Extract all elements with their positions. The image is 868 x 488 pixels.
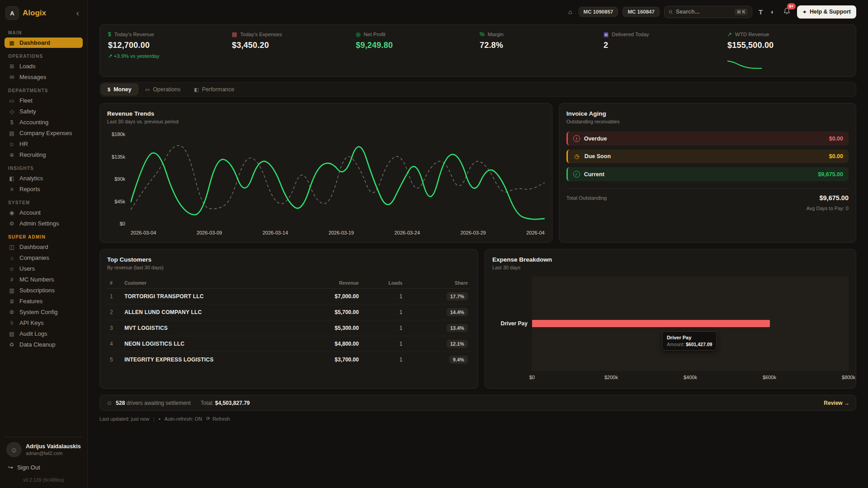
table-header-row: # Customer Revenue Loads Share	[107, 277, 471, 289]
refresh-label: Refresh	[212, 416, 230, 422]
expense-x-axis: $0$200k$400k$600k$800k	[532, 375, 849, 381]
x-tick-label: $800k	[842, 375, 855, 380]
building-icon[interactable]: ⌂	[566, 6, 574, 17]
tab[interactable]: ▭ Operations	[139, 84, 187, 95]
tab[interactable]: $ Money	[101, 84, 138, 95]
settlement-total-value: $4,503,827.79	[215, 400, 250, 406]
bar-category-label: Driver Pay	[492, 277, 532, 371]
card-title: Top Customers	[107, 256, 471, 263]
sidebar-item[interactable]: ◊ API Keys	[5, 318, 83, 328]
sidebar-item[interactable]: ◉ Account	[5, 207, 83, 218]
mc-number-badge-2[interactable]: MC 160847	[623, 7, 659, 17]
chart-plot-area: 2026-03-042026-03-092026-03-142026-03-19…	[131, 131, 545, 235]
mc-number-badge-1[interactable]: MC 1090857	[579, 7, 618, 17]
col-loads: Loads	[362, 277, 405, 289]
sidebar-item-label: Analytics	[19, 175, 43, 182]
customer-rank: 3	[107, 320, 122, 336]
sign-out-button[interactable]: ↪ Sign Out	[5, 460, 83, 472]
notifications-button[interactable]: 9+	[781, 5, 793, 18]
table-row[interactable]: 2 ALLEN LUND COMPANY LLC $5,700.00 1 14.…	[107, 305, 471, 320]
search-input[interactable]	[676, 9, 731, 15]
review-link[interactable]: Review →	[824, 400, 849, 406]
customer-loads: 1	[362, 336, 405, 352]
sidebar-item-label: HR	[19, 141, 28, 147]
kpi-card: $ Today's Revenue $12,700.00 ↗ +3.9% vs …	[108, 31, 228, 70]
sidebar-item[interactable]: ⌂ Companies	[5, 253, 83, 263]
subscriptions-icon: ▥	[8, 287, 15, 294]
sidebar-item[interactable]: ▤ Audit Logs	[5, 328, 83, 339]
sidebar-item[interactable]: ▥ Subscriptions	[5, 285, 83, 296]
sidebar-item-label: API Keys	[19, 319, 43, 326]
sidebar-item[interactable]: $ Accounting	[5, 117, 83, 127]
help-support-button[interactable]: ✦ Help & Support	[797, 5, 856, 19]
settlement-text: drivers awaiting settlement	[127, 400, 191, 406]
sidebar-item[interactable]: ☺ HR	[5, 139, 83, 149]
sidebar-item[interactable]: ⊞ Loads	[5, 61, 83, 71]
x-tick-label: $400k	[684, 375, 697, 380]
table-row[interactable]: 5 INTEGRITY EXPRESS LOGISTICS $3,700.00 …	[107, 352, 471, 368]
package-icon: ▣	[604, 31, 609, 38]
sidebar-item[interactable]: ◧ Analytics	[5, 173, 83, 183]
sidebar-item[interactable]: ✉ Messages	[5, 72, 83, 82]
kpi-value: 2	[604, 41, 724, 50]
customer-loads: 1	[362, 352, 405, 368]
sidebar-item[interactable]: ♻ Data Cleanup	[5, 339, 83, 350]
x-tick-label: 2026-03-19	[329, 230, 354, 235]
money-icon: $	[108, 87, 110, 92]
sidebar-item[interactable]: ▤ Company Expenses	[5, 128, 83, 138]
percent-icon: %	[480, 31, 485, 38]
sidebar-item[interactable]: ⊕ Recruiting	[5, 150, 83, 160]
customer-name: NEON LOGISTICS LLC	[122, 336, 289, 352]
search-icon	[669, 9, 673, 15]
sidebar-item[interactable]: ◇ Safety	[5, 106, 83, 117]
sidebar-item-label: Company Expenses	[19, 130, 72, 136]
sidebar-item[interactable]: ▦ Dashboard	[5, 38, 83, 48]
section-label-insights: INSIGHTS	[8, 166, 79, 171]
driver-pay-bar[interactable]	[532, 320, 770, 327]
kpi-strip: $ Today's Revenue $12,700.00 ↗ +3.9% vs …	[99, 24, 856, 77]
share-badge: 14.4%	[447, 308, 468, 316]
topbar: ⌂ MC 1090857 MC 160847 ⌘ K T ◐ 9+	[88, 0, 868, 23]
sidebar-item[interactable]: ▭ Fleet	[5, 95, 83, 106]
aging-label: Due Soon	[585, 153, 825, 160]
sidebar-item-label: Account	[19, 209, 41, 216]
sidebar-item[interactable]: ☺ Users	[5, 263, 83, 274]
search-box[interactable]: ⌘ K	[664, 6, 752, 18]
sidebar-item[interactable]: ≣ Features	[5, 296, 83, 306]
sidebar-item[interactable]: ⚙ System Config	[5, 307, 83, 317]
user-profile[interactable]: ☺ Adrijus Vaidalauskis adrian@fwl2.com	[5, 437, 83, 460]
refresh-button[interactable]: ⟳ Refresh	[206, 416, 230, 422]
collapse-sidebar-icon[interactable]: ‹	[74, 8, 82, 18]
sparkle-icon: ✦	[802, 9, 807, 15]
customer-rank: 5	[107, 352, 122, 368]
table-row[interactable]: 3 MVT LOGISTICS $5,300.00 1 13.4%	[107, 320, 471, 336]
sidebar: A Alogix ‹ MAIN ▦ Dashboard OPERATIONS ⊞	[0, 0, 88, 488]
card-subtitle: By revenue (last 30 days)	[107, 265, 471, 270]
customer-loads: 1	[362, 305, 405, 320]
table-row[interactable]: 4 NEON LOGISTICS LLC $4,800.00 1 12.1%	[107, 336, 471, 352]
sidebar-item[interactable]: # MC Numbers	[5, 274, 83, 285]
section-items: ▭ Fleet ◇ Safety $ Accounting ▤	[5, 95, 83, 160]
avatar: ☺	[6, 442, 22, 457]
customer-revenue: $5,700.00	[289, 305, 362, 320]
customer-rank: 1	[107, 289, 122, 305]
sidebar-item[interactable]: ≡ Reports	[5, 184, 83, 194]
row-charts: Revenue Trends Last 30 days vs. previous…	[99, 103, 856, 243]
tab[interactable]: ◧ Performance	[188, 84, 241, 95]
alogix-logo-icon: A	[5, 6, 19, 20]
sidebar-item-label: Recruiting	[19, 151, 46, 158]
y-tick-label: $90k	[114, 176, 125, 182]
x-tick-label: $200k	[604, 375, 618, 380]
sidebar-item[interactable]: ◫ Dashboard	[5, 242, 83, 252]
section-items: ⊞ Loads ✉ Messages	[5, 61, 83, 82]
aging-row: ! Overdue $0.00	[566, 131, 849, 145]
sidebar-item-label: Subscriptions	[19, 287, 55, 294]
sidebar-item[interactable]: ⚙ Admin Settings	[5, 218, 83, 229]
settlement-total-label: Total:	[201, 400, 214, 406]
aging-row: ✓ Current $9,675.00	[566, 167, 849, 181]
table-row[interactable]: 1 TORTORIGI TRANSPORT LLC $7,000.00 1 17…	[107, 289, 471, 305]
settlement-banner: ☺ 528 drivers awaiting settlement Total:…	[99, 395, 856, 411]
theme-toggle-icon[interactable]: ◐	[769, 6, 776, 17]
text-size-icon[interactable]: T	[757, 6, 764, 18]
companies-icon: ⌂	[8, 255, 15, 261]
